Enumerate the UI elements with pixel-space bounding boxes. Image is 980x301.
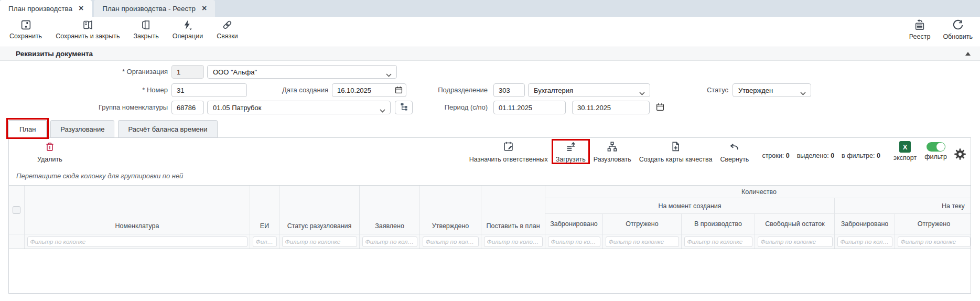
division-label: Подразделение [419,83,488,97]
selected-counter: выделено: 0 [797,152,834,159]
column-header-label[interactable]: Заявлено [360,186,419,234]
export-excel-button[interactable]: X экспорт [892,141,918,162]
links-label: Связки [217,33,238,40]
column-header-label[interactable]: Статус разузлования [279,186,359,234]
save-and-close-button[interactable]: Сохранить и закрыть [56,19,120,40]
filter-input-reserved-current[interactable] [837,236,892,247]
close-icon[interactable]: × [202,4,207,13]
registry-list-icon [914,19,925,31]
tab-plan[interactable]: План [8,120,47,138]
period-from-field[interactable] [493,101,566,114]
collapse-button[interactable]: Свернуть [719,141,750,163]
window-tab-plan-registry[interactable]: План производства - Реестр × [94,0,215,17]
column-nomenclature[interactable]: Номенклатура [25,186,250,249]
column-shipped-creation[interactable]: Отгружено [603,214,682,249]
gear-icon [954,153,966,162]
column-header-label[interactable]: Номенклатура [25,186,250,234]
assign-responsible-button[interactable]: Назначить ответственных [468,141,549,163]
number-field[interactable] [171,83,247,97]
document-tab-strip: План Разузлование Расчёт баланса времени [8,120,218,138]
close-button[interactable]: Закрыть [134,19,159,40]
filter-input-put-to-plan[interactable] [484,236,543,247]
nomenclature-group-select[interactable]: 01.05 Патрубок [207,101,391,114]
column-free-remainder[interactable]: Свободный остаток [755,214,835,249]
column-shipped-current[interactable]: Отгружено [895,214,971,249]
filter-input-in-production[interactable] [684,236,752,247]
division-code-field[interactable] [493,83,525,97]
save-button[interactable]: Сохранить [9,19,42,40]
column-reserved-current[interactable]: Забронировано [835,214,895,249]
subgroup-at-creation-label: На момент создания [545,198,834,214]
export-label: экспорт [893,154,917,162]
grid-counters: строки: 0 выделено: 0 в фильтре: 0 [762,152,880,159]
links-button[interactable]: Связки [217,19,238,40]
tab-explode[interactable]: Разузлование [50,120,114,138]
requisites-section-header[interactable]: Реквизиты документа [0,47,980,61]
filter-input-explode-status[interactable] [282,236,357,247]
filter-input-nomenclature[interactable] [27,236,247,247]
division-select[interactable]: Бухгалтерия [528,83,650,97]
column-header-label[interactable]: ЕИ [250,186,279,234]
column-unit[interactable]: ЕИ [250,186,279,249]
chevron-down-icon [380,106,385,114]
refresh-button[interactable]: Обновить [943,19,973,40]
quantity-group-label: Количество [545,186,971,198]
nomenclature-group-code-field[interactable] [171,101,204,114]
column-requested[interactable]: Заявлено [360,186,420,249]
tab-time-balance[interactable]: Расчёт баланса времени [118,120,217,138]
calendar-icon[interactable] [656,103,664,113]
document-plus-icon [670,141,681,154]
column-header-label[interactable]: В производство [682,214,755,234]
filter-input-free-remainder[interactable] [758,236,833,247]
filter-toggle-button[interactable]: фильтр [923,141,948,160]
column-reserved-creation[interactable]: Забронировано [545,214,603,249]
upload-icon [565,141,576,154]
column-explode-status[interactable]: Статус разузлования [279,186,360,249]
registry-button[interactable]: Реестр [909,19,931,40]
column-in-production[interactable]: В производство [682,214,755,249]
filter-input-shipped-current[interactable] [898,236,971,247]
column-header-label[interactable]: Отгружено [603,214,681,234]
column-put-to-plan[interactable]: Поставить в план [481,186,545,249]
explode-button[interactable]: Разузловать [593,141,632,163]
filter-input-shipped-creation[interactable] [606,236,679,247]
column-header-label[interactable]: Поставить в план [481,186,545,234]
number-label: * Номер [73,83,168,97]
org-select[interactable]: ООО "Альфа" [207,65,397,79]
toggle-on-icon[interactable] [927,142,945,152]
collapse-arrow-icon[interactable] [965,52,971,56]
status-select[interactable]: Утвержден [733,83,811,97]
load-button[interactable]: Загрузить [555,141,587,163]
create-quality-cards-button[interactable]: Создать карты качества [638,141,714,163]
filter-input-requested[interactable] [362,236,417,247]
groupby-hint: Перетащите сюда колонку для группировки … [16,172,183,180]
filter-input-unit[interactable] [253,236,277,247]
delete-label: Удалить [37,156,62,163]
period-to-field[interactable] [572,101,650,114]
column-header-label[interactable]: Отгружено [895,214,971,234]
filter-toggle-label: фильтр [924,153,947,160]
filter-input-approved[interactable] [423,236,479,247]
column-approved[interactable]: Утверждено [420,186,481,249]
select-all-checkbox[interactable] [13,206,20,214]
subgroup-current-label: На теку [835,198,971,214]
window-tab-plan[interactable]: План производства × [0,0,92,17]
org-code-field[interactable] [171,65,204,79]
delete-button[interactable]: Удалить [36,142,63,163]
chain-link-icon [222,19,233,30]
excel-icon: X [899,141,911,153]
filter-input-reserved-creation[interactable] [548,236,600,247]
save-icon [20,19,31,30]
close-icon[interactable]: × [79,4,83,13]
registry-label: Реестр [909,33,931,40]
grid-settings-button[interactable] [954,148,966,163]
column-header-label[interactable]: Забронировано [835,214,895,234]
tree-view-button[interactable] [395,101,413,114]
operations-label: Операции [173,33,203,40]
column-header-label[interactable]: Забронировано [545,214,602,234]
operations-button[interactable]: Операции [173,19,203,40]
column-header-label[interactable]: Свободный остаток [755,214,835,234]
nomenclature-group-value: 01.05 Патрубок [213,104,261,112]
column-header-label[interactable]: Утверждено [420,186,481,234]
groupby-bar[interactable]: Перетащите сюда колонку для группировки … [9,168,971,185]
